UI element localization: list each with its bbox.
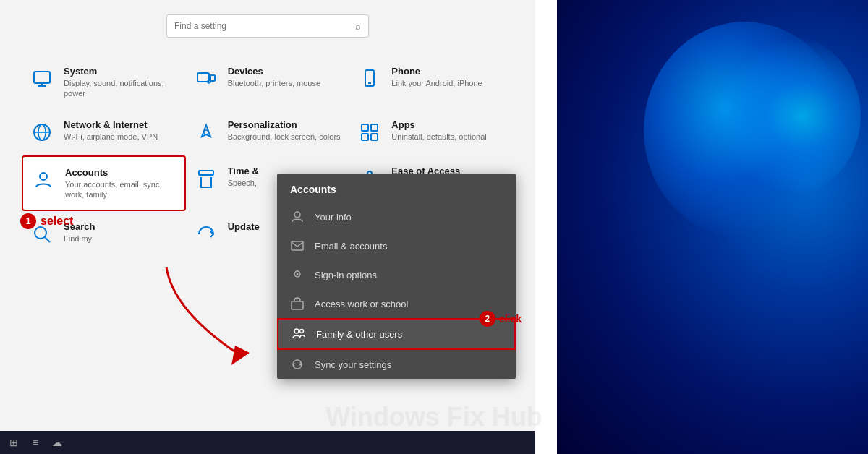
- personalization-label: Personalization: [228, 119, 341, 130]
- menu-item-family[interactable]: Family & other users 2 click: [277, 318, 516, 350]
- settings-item-apps[interactable]: Apps Uninstall, defaults, optional: [349, 109, 514, 155]
- svg-point-16: [40, 173, 47, 180]
- accounts-dropdown-title: Accounts: [277, 174, 516, 202]
- select-label: select: [41, 215, 73, 228]
- menu-item-your-info[interactable]: Your info: [277, 202, 516, 231]
- click-label: click: [499, 313, 522, 325]
- svg-line-20: [45, 237, 50, 242]
- accounts-dropdown: Accounts Your info Email & accounts: [277, 174, 516, 379]
- family-label: Family & other users: [316, 329, 402, 340]
- devices-icon: [193, 66, 219, 92]
- devices-desc: Bluetooth, printers, mouse: [228, 78, 320, 88]
- personalization-text: Personalization Background, lock screen,…: [228, 119, 341, 142]
- phone-text: Phone Link your Android, iPhone: [391, 66, 482, 88]
- devices-label: Devices: [228, 66, 320, 77]
- accounts-label: Accounts: [65, 167, 177, 178]
- search-item-desc: Find my: [64, 234, 95, 244]
- menu-item-email[interactable]: Email & accounts: [277, 231, 516, 260]
- search-bar-area: ⌕: [0, 0, 535, 56]
- apps-icon: [357, 119, 383, 145]
- accounts-text: Accounts Your accounts, email, sync, wor…: [65, 167, 177, 200]
- personalization-desc: Background, lock screen, colors: [228, 132, 341, 142]
- svg-point-26: [297, 273, 299, 275]
- network-text: Network & Internet Wi-Fi, airplane mode,…: [64, 119, 158, 142]
- svg-marker-22: [231, 346, 250, 365]
- time-label: Time &: [228, 166, 259, 176]
- settings-item-phone[interactable]: Phone Link your Android, iPhone: [349, 56, 514, 109]
- svg-rect-4: [210, 75, 215, 81]
- signin-label: Sign-in options: [315, 270, 377, 280]
- svg-rect-15: [371, 134, 378, 140]
- apps-label: Apps: [391, 119, 486, 130]
- settings-item-system[interactable]: System Display, sound, notifications, po…: [22, 56, 186, 109]
- devices-text: Devices Bluetooth, printers, mouse: [228, 66, 320, 88]
- svg-point-29: [294, 329, 299, 333]
- svg-point-30: [300, 330, 304, 333]
- apps-desc: Uninstall, defaults, optional: [391, 132, 486, 142]
- svg-rect-12: [362, 124, 368, 131]
- accounts-icon: [30, 167, 56, 193]
- system-label: System: [64, 66, 179, 77]
- taskbar-icon-1: ⊞: [4, 433, 23, 452]
- svg-rect-17: [199, 171, 213, 175]
- settings-item-personalization[interactable]: Personalization Background, lock screen,…: [186, 109, 350, 155]
- settings-item-accounts[interactable]: Accounts Your accounts, email, sync, wor…: [22, 155, 186, 212]
- your-info-icon: [290, 210, 305, 224]
- svg-point-23: [294, 212, 300, 218]
- settings-item-devices[interactable]: Devices Bluetooth, printers, mouse: [186, 56, 350, 109]
- your-info-label: Your info: [315, 212, 352, 223]
- signin-icon: [290, 267, 305, 282]
- arrow-annotation: [145, 253, 289, 386]
- accounts-desc: Your accounts, email, sync, work, family: [65, 179, 177, 200]
- work-label: Access work or school: [315, 299, 408, 309]
- select-number-badge: 1: [20, 213, 36, 229]
- select-annotation: 1 select: [20, 213, 73, 229]
- svg-rect-24: [292, 241, 303, 250]
- family-icon: [292, 327, 306, 341]
- phone-icon: [357, 66, 383, 92]
- time-desc: Speech,: [228, 178, 259, 188]
- update-icon: [193, 221, 219, 247]
- svg-rect-14: [362, 134, 368, 140]
- find-setting-field[interactable]: [174, 21, 349, 31]
- phone-label: Phone: [391, 66, 482, 77]
- phone-desc: Link your Android, iPhone: [391, 78, 482, 88]
- taskbar-icon-3: ☁: [48, 433, 67, 452]
- find-setting-input[interactable]: ⌕: [166, 14, 369, 38]
- system-desc: Display, sound, notifications, power: [64, 78, 179, 99]
- click-annotation: 2 click: [480, 311, 522, 327]
- time-text: Time & Speech,: [228, 166, 259, 188]
- email-icon: [290, 239, 305, 253]
- update-text: Update: [228, 221, 260, 234]
- time-icon: [193, 166, 219, 192]
- click-number-badge: 2: [480, 311, 495, 327]
- taskbar-icon-2: ≡: [26, 433, 45, 452]
- svg-rect-3: [197, 73, 209, 82]
- personalization-icon: [193, 119, 219, 145]
- taskbar: ⊞ ≡ ☁: [0, 431, 535, 454]
- update-label: Update: [228, 221, 260, 232]
- search-icon: ⌕: [355, 21, 361, 32]
- network-icon: [29, 119, 55, 145]
- desktop-wallpaper: [557, 0, 868, 454]
- menu-item-sync[interactable]: Sync your settings: [277, 350, 516, 379]
- apps-text: Apps Uninstall, defaults, optional: [391, 119, 486, 142]
- system-text: System Display, sound, notifications, po…: [64, 66, 179, 99]
- svg-rect-0: [34, 72, 50, 83]
- svg-rect-28: [292, 301, 303, 309]
- network-label: Network & Internet: [64, 119, 158, 130]
- sync-label: Sync your settings: [315, 359, 391, 370]
- network-desc: Wi-Fi, airplane mode, VPN: [64, 132, 158, 142]
- work-icon: [290, 296, 305, 311]
- svg-rect-13: [371, 124, 378, 131]
- settings-item-network[interactable]: Network & Internet Wi-Fi, airplane mode,…: [22, 109, 186, 155]
- menu-item-signin[interactable]: Sign-in options: [277, 260, 516, 289]
- sync-icon: [290, 357, 305, 372]
- system-icon: [29, 66, 55, 92]
- email-label: Email & accounts: [315, 241, 387, 252]
